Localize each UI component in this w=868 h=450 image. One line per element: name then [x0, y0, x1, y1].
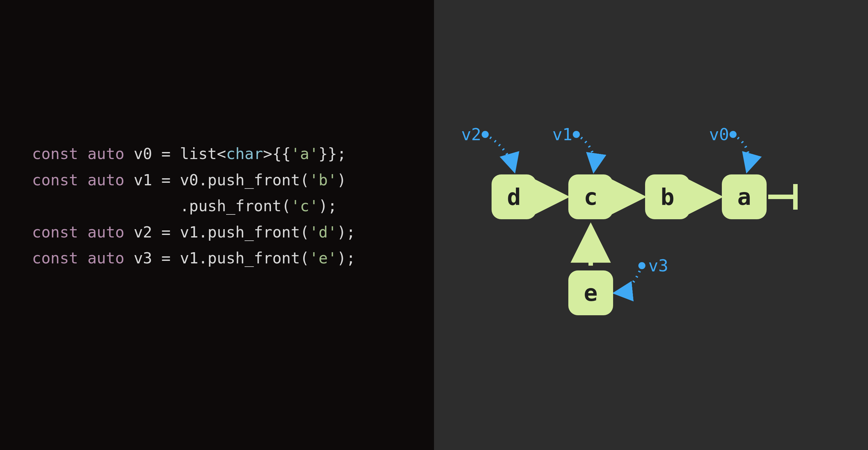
node-b: b: [645, 174, 690, 219]
code-block: const auto v0 = list<char>{{'a'}}; const…: [32, 141, 434, 271]
type-char: char: [226, 145, 263, 162]
node-a: a: [722, 174, 767, 219]
keyword-auto: auto: [87, 145, 124, 162]
pointer-v0: [733, 134, 749, 170]
fn-push_front: push_front: [208, 171, 300, 189]
node-d: d: [492, 174, 536, 219]
diagram-svg: [434, 0, 868, 450]
var-v0: v0: [134, 145, 152, 162]
pointer-v2: [485, 134, 514, 170]
pointer-v3: [616, 266, 642, 293]
keyword-const: const: [32, 145, 79, 162]
node-c: c: [568, 174, 613, 219]
label-v1: v1: [552, 125, 572, 144]
label-v3: v3: [648, 256, 669, 275]
node-e: e: [568, 270, 613, 315]
var-v3: v3: [134, 249, 152, 267]
char-literal: 'a': [291, 145, 318, 162]
var-v1: v1: [134, 171, 152, 189]
diagram-panel: d c b a e v2 v1 v0 v3: [434, 0, 868, 450]
code-panel: const auto v0 = list<char>{{'a'}}; const…: [0, 0, 434, 450]
var-v2: v2: [134, 223, 152, 241]
pointer-v1: [576, 134, 594, 170]
label-v2: v2: [461, 125, 481, 144]
label-v0: v0: [709, 125, 729, 144]
